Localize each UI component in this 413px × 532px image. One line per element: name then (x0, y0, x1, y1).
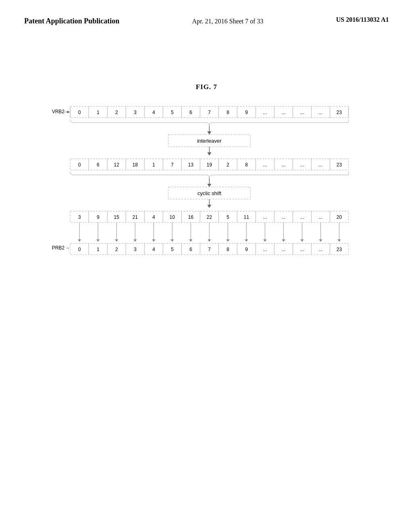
svg-text:...: ... (319, 214, 323, 220)
svg-text:5: 5 (171, 247, 174, 252)
svg-text:1: 1 (97, 110, 100, 115)
svg-text:20: 20 (336, 214, 342, 220)
svg-text:9: 9 (245, 110, 248, 115)
svg-marker-115 (152, 239, 155, 242)
svg-marker-39 (207, 152, 211, 156)
svg-text:...: ... (319, 247, 323, 252)
svg-marker-127 (263, 239, 267, 242)
svg-text:21: 21 (132, 214, 138, 220)
patent-number: US 2016/113032 A1 (336, 16, 389, 23)
svg-marker-109 (96, 239, 100, 242)
svg-text:2: 2 (115, 110, 118, 115)
svg-text:5: 5 (227, 214, 229, 220)
svg-text:4: 4 (152, 247, 155, 252)
svg-text:11: 11 (244, 214, 249, 220)
svg-text:22: 22 (206, 214, 212, 220)
svg-text:...: ... (282, 247, 286, 252)
svg-marker-71 (207, 184, 211, 187)
svg-text:→: → (65, 245, 70, 250)
svg-text:23: 23 (336, 110, 342, 115)
svg-text:...: ... (282, 214, 286, 220)
svg-text:0: 0 (78, 247, 81, 252)
svg-text:9: 9 (245, 247, 248, 252)
svg-text:...: ... (319, 110, 323, 115)
svg-text:16: 16 (188, 214, 194, 220)
svg-text:4: 4 (152, 110, 155, 115)
svg-text:8: 8 (227, 247, 229, 252)
svg-text:3: 3 (134, 110, 137, 115)
svg-marker-133 (319, 239, 322, 242)
svg-text:23: 23 (336, 162, 342, 168)
svg-marker-135 (338, 239, 341, 242)
sheet-info: Apr. 21, 2016 Sheet 7 of 33 (192, 16, 263, 27)
diagram: VRB2 → // This is just for reference; ac… (49, 99, 364, 310)
svg-text:23: 23 (336, 247, 342, 252)
svg-text:→: → (65, 109, 70, 114)
svg-text:2: 2 (115, 247, 118, 252)
svg-text:4: 4 (152, 214, 155, 220)
svg-text:...: ... (300, 247, 304, 252)
svg-marker-117 (171, 239, 174, 242)
svg-text:6: 6 (190, 110, 192, 115)
svg-marker-113 (133, 239, 137, 242)
svg-text:...: ... (282, 162, 286, 168)
svg-text:7: 7 (171, 162, 174, 168)
svg-text:1: 1 (152, 162, 155, 168)
svg-text:3: 3 (134, 247, 137, 252)
svg-text:...: ... (263, 247, 267, 252)
svg-marker-129 (282, 239, 285, 242)
svg-text:5: 5 (171, 110, 174, 115)
svg-marker-121 (208, 239, 211, 242)
svg-text:...: ... (319, 162, 323, 168)
vrb2-label: VRB2 (52, 109, 65, 114)
svg-text:3: 3 (78, 214, 81, 220)
svg-text:...: ... (300, 214, 304, 220)
svg-text:19: 19 (206, 162, 212, 168)
svg-text:7: 7 (208, 110, 211, 115)
svg-text:10: 10 (169, 214, 175, 220)
svg-marker-111 (115, 239, 118, 242)
svg-marker-131 (300, 239, 304, 242)
svg-text:8: 8 (227, 110, 229, 115)
svg-text:13: 13 (188, 162, 194, 168)
svg-text:...: ... (282, 110, 286, 115)
svg-text:...: ... (263, 162, 267, 168)
svg-text:0: 0 (78, 110, 81, 115)
svg-text:interleaver: interleaver (197, 138, 222, 144)
svg-text:1: 1 (97, 247, 100, 252)
svg-marker-125 (245, 239, 248, 242)
svg-marker-107 (78, 239, 81, 242)
svg-text:...: ... (300, 110, 304, 115)
svg-text:18: 18 (132, 162, 138, 168)
svg-text:2: 2 (227, 162, 229, 168)
svg-marker-35 (207, 131, 211, 135)
svg-text:8: 8 (245, 162, 248, 168)
diagram-svg: VRB2 → // This is just for reference; ac… (49, 99, 364, 309)
svg-text:9: 9 (97, 214, 100, 220)
publication-title: Patent Application Publication (24, 16, 119, 26)
svg-text:...: ... (263, 214, 267, 220)
svg-text:6: 6 (97, 162, 100, 168)
svg-text:15: 15 (114, 214, 119, 220)
svg-text:...: ... (263, 110, 267, 115)
svg-marker-75 (207, 205, 211, 208)
figure-area: FIG. 7 VRB2 → // This is just for refere… (0, 83, 413, 310)
page-header: Patent Application Publication Apr. 21, … (0, 0, 413, 35)
svg-text:0: 0 (78, 162, 81, 168)
prb2-label: PRB2 (52, 245, 65, 251)
svg-text:12: 12 (114, 162, 119, 168)
svg-marker-123 (226, 239, 229, 242)
svg-text:cyclic shift: cyclic shift (197, 190, 221, 196)
svg-text:7: 7 (208, 247, 211, 252)
svg-text:...: ... (300, 162, 304, 168)
svg-marker-119 (189, 239, 192, 242)
figure-title: FIG. 7 (196, 83, 217, 91)
svg-text:6: 6 (190, 247, 192, 252)
